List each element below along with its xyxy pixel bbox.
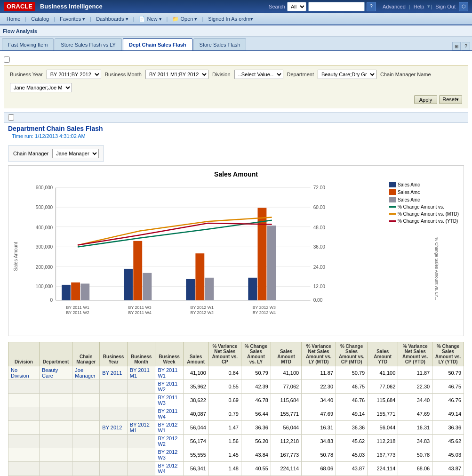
svg-rect-23 [71,282,80,300]
toolbar: Flow Analysis [0,25,472,37]
tab-help-icon[interactable]: ? [462,42,470,50]
data-table-container: Division Department Chain Manager Busine… [8,342,464,476]
search-input[interactable] [308,2,365,11]
flow-analysis-label: Flow Analysis [3,28,37,34]
legend-pct-red: % Change Amount vs. (YTD) [389,218,459,224]
catalog-link[interactable]: Catalog [27,15,53,23]
filter-actions: Apply Reset▾ [10,95,462,104]
chain-manager-row: Chain Manager Jane Manager [8,145,104,161]
svg-rect-33 [267,226,276,300]
business-year-select[interactable]: BY 2011;BY 2012 [47,70,101,79]
svg-rect-30 [205,278,214,300]
tab-store-sales-flash-vs-ly[interactable]: Store Sales Flash vs LY [55,38,122,50]
col-sales-amount: Sales Amount [183,342,208,366]
signed-in-as-link[interactable]: Signed In As ordm▾ [204,15,257,23]
home-link[interactable]: Home [3,15,24,23]
tab-grid-icon[interactable]: ⊞ [452,42,461,50]
svg-rect-28 [186,279,195,300]
svg-text:0: 0 [50,298,53,303]
svg-rect-27 [143,273,152,300]
svg-text:BY 2011 W3: BY 2011 W3 [128,305,152,310]
svg-text:BY 2012 W1: BY 2012 W1 [191,305,214,310]
report-header [4,113,468,123]
col-business-week: Business Week [155,342,183,366]
signout-link[interactable]: Sign Out [432,3,458,10]
department-select[interactable]: Beauty Care;Dry Gr [318,70,376,79]
tabs-bar: Fast Moving Item Store Sales Flash vs LY… [0,37,472,51]
chain-manager-selector-label: Chain Manager [13,151,48,156]
chart-container: Sales Amount Sales Amount [8,165,464,336]
svg-text:600,000: 600,000 [36,185,53,190]
checkbox-row [4,55,468,65]
svg-rect-31 [248,278,257,300]
report-body: Chain Manager Jane Manager Sales Amount … [4,142,468,476]
svg-rect-25 [124,269,133,300]
search-area: Search All ? [269,2,376,11]
svg-text:200,000: 200,000 [36,265,53,270]
main-content: Business Year BY 2011;BY 2012 Business M… [0,51,472,476]
chart-area: Sales Amount [13,182,459,331]
svg-text:60.00: 60.00 [313,205,326,210]
col-pct-change-ly: % Change Sales Amount vs. LY [241,342,271,366]
help-link[interactable]: Help [411,3,427,10]
section-checkbox[interactable] [4,56,10,63]
legend-pct-green: % Change Amount vs. [389,204,459,210]
filter-section: Business Year BY 2011;BY 2012 Business M… [4,65,468,108]
svg-text:BY 2012 W3: BY 2012 W3 [253,305,276,310]
svg-text:500,000: 500,000 [36,205,53,210]
top-bar: ORACLE Business Intelligence Search All … [0,0,472,13]
svg-rect-24 [80,283,89,300]
report-title-area: Department Chain Sales Flash Time run: 1… [4,123,468,142]
advanced-link[interactable]: Advanced [380,3,408,10]
table-row: BY 2011 W338,6220.6946.78115,68434.4046.… [8,393,464,407]
top-links: Advanced | Help ▾ | Sign Out ⬡ [380,2,468,11]
col-division: Division [8,342,40,366]
chart-y-right-label: % Change Sales Amount vs. LY... [290,237,440,275]
tab-tools: ⊞ ? [452,42,470,50]
col-business-year: Business Year [100,342,128,366]
table-row: BY 2012BY 2012 M1BY 2012 W156,0441.4736.… [8,420,464,434]
favorites-link[interactable]: Favorites ▾ [56,15,89,23]
svg-text:12.00: 12.00 [313,284,326,289]
apply-button[interactable]: Apply [414,95,438,104]
svg-text:BY 2011 W2: BY 2011 W2 [66,310,89,315]
business-month-label: Business Month [105,72,142,77]
data-table: Division Department Chain Manager Busine… [8,342,464,476]
chart-title: Sales Amount [13,170,459,178]
svg-text:48.00: 48.00 [313,225,326,230]
report-checkbox[interactable] [8,114,14,121]
col-pct-variance-cp: % Variance Net Sales Amount vs. CP [208,342,241,366]
business-month-select[interactable]: BY 2011 M1;BY 2012 [145,70,208,79]
open-link[interactable]: 📁 Open ▾ [168,15,201,23]
svg-rect-26 [133,241,142,300]
svg-text:100,000: 100,000 [36,284,53,289]
tab-fast-moving[interactable]: Fast Moving Item [2,38,54,50]
search-label: Search [269,4,285,9]
col-pct-variance-ytd: % Variance Net Sales Amount vs. CP (YTD) [398,342,432,366]
col-department: Department [40,342,72,366]
chain-manager-selector[interactable]: Jane Manager [52,149,99,158]
svg-text:72.00: 72.00 [313,185,326,190]
svg-text:BY 2011 W4: BY 2011 W4 [128,310,152,315]
col-pct-change-ytd: % Change Sales Amount vs. LY (YTD) [432,342,464,366]
table-row: BY 2011 W440,0870.7956.44155,77147.6949.… [8,407,464,420]
tab-store-sales-flash[interactable]: Store Sales Flash [193,38,247,50]
svg-text:BY 2012 W4: BY 2012 W4 [253,310,276,315]
signout-icon: ⬡ [459,2,468,11]
svg-text:0.00: 0.00 [313,298,323,303]
new-link[interactable]: 📄 New ▾ [135,15,165,23]
tab-dept-chain-sales-flash[interactable]: Dept Chain Sales Flash [123,38,192,50]
svg-text:400,000: 400,000 [36,225,53,230]
search-button[interactable]: ? [367,2,376,11]
division-select[interactable]: --Select Value-- [234,70,283,79]
table-row: BY 2011 W235,9620.5542.3977,06222.3046.7… [8,379,464,393]
col-pct-change-mtd: % Change Sales Amount vs. CP (MTD) [336,342,368,366]
dashboards-link[interactable]: Dashboards ▾ [92,15,132,23]
report-title: Department Chain Sales Flash [8,125,464,132]
reset-button[interactable]: Reset▾ [439,95,462,104]
search-category-select[interactable]: All [287,2,306,11]
nav-bar: Home | Catalog | Favorites ▾ | Dashboard… [0,13,472,25]
oracle-logo: ORACLE [4,2,35,11]
table-row: BY 2012 W456,3411.4840.55224,11468.0643.… [8,461,464,475]
chain-manager-name-select[interactable]: Jane Manager;Joe M [10,83,72,92]
